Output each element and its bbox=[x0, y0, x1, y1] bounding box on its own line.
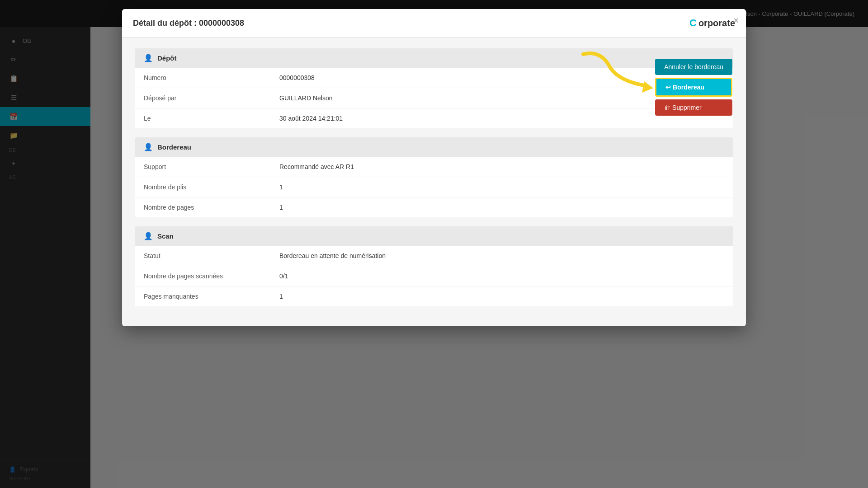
bordereau-section: 👤 Bordereau Support Recommandé avec AR R… bbox=[135, 137, 733, 217]
scan-pages-value: 0/1 bbox=[279, 272, 288, 280]
depot-numero-value: 0000000308 bbox=[279, 74, 315, 81]
scan-pages-row: Nombre de pages scannées 0/1 bbox=[135, 266, 733, 286]
bordereau-icon: 👤 bbox=[144, 143, 153, 151]
bordereau-support-value: Recommandé avec AR R1 bbox=[279, 163, 354, 170]
bordereau-pages-row: Nombre de pages 1 bbox=[135, 197, 733, 217]
modal-overlay: Détail du dépôt : 0000000308 C orporate … bbox=[0, 0, 868, 488]
modal-actions: Annuler le bordereau ↩ Bordereau 🗑 Suppr… bbox=[655, 59, 732, 116]
scan-statut-value: Bordereau en attente de numérisation bbox=[279, 252, 386, 259]
bordereau-title: Bordereau bbox=[157, 143, 191, 151]
bordereau-support-row: Support Recommandé avec AR R1 bbox=[135, 157, 733, 177]
scan-statut-row: Statut Bordereau en attente de numérisat… bbox=[135, 246, 733, 266]
bordereau-plis-value: 1 bbox=[279, 183, 283, 191]
bordereau-button[interactable]: ↩ Bordereau bbox=[655, 78, 732, 97]
scan-title: Scan bbox=[157, 232, 174, 240]
modal-close-button[interactable]: × bbox=[733, 15, 739, 26]
depot-section-header: 👤 Dépôt bbox=[135, 48, 733, 68]
scan-icon: 👤 bbox=[144, 232, 153, 240]
scan-manquantes-value: 1 bbox=[279, 293, 283, 300]
scan-content: Statut Bordereau en attente de numérisat… bbox=[135, 246, 733, 306]
depot-content: Numero 0000000308 Déposé par GUILLARD Ne… bbox=[135, 68, 733, 128]
scan-statut-label: Statut bbox=[144, 252, 279, 259]
depot-le-row: Le 30 août 2024 14:21:01 bbox=[135, 108, 733, 128]
depot-le-label: Le bbox=[144, 115, 279, 122]
bordereau-support-label: Support bbox=[144, 163, 279, 170]
scan-manquantes-row: Pages manquantes 1 bbox=[135, 286, 733, 306]
scan-section: 👤 Scan Statut Bordereau en attente de nu… bbox=[135, 226, 733, 306]
bordereau-plis-row: Nombre de plis 1 bbox=[135, 177, 733, 197]
depot-depose-value: GUILLARD Nelson bbox=[279, 94, 333, 102]
modal-logo-c-icon: C bbox=[689, 17, 697, 29]
bordereau-pages-value: 1 bbox=[279, 204, 283, 211]
depot-numero-label: Numero bbox=[144, 74, 279, 81]
depot-numero-row: Numero 0000000308 bbox=[135, 68, 733, 88]
modal-logo: C orporate bbox=[689, 17, 735, 29]
modal-header: Détail du dépôt : 0000000308 C orporate … bbox=[122, 9, 746, 38]
depot-depose-label: Déposé par bbox=[144, 94, 279, 102]
depot-title: Dépôt bbox=[157, 54, 177, 62]
scan-section-header: 👤 Scan bbox=[135, 226, 733, 246]
modal-title: Détail du dépôt : 0000000308 bbox=[133, 19, 244, 28]
depot-icon: 👤 bbox=[144, 54, 153, 62]
depot-le-value: 30 août 2024 14:21:01 bbox=[279, 115, 343, 122]
scan-manquantes-label: Pages manquantes bbox=[144, 293, 279, 300]
bordereau-content: Support Recommandé avec AR R1 Nombre de … bbox=[135, 157, 733, 217]
bordereau-pages-label: Nombre de pages bbox=[144, 204, 279, 211]
scan-pages-label: Nombre de pages scannées bbox=[144, 272, 279, 280]
modal-logo-text: orporate bbox=[698, 18, 735, 28]
depot-depose-row: Déposé par GUILLARD Nelson bbox=[135, 88, 733, 108]
bordereau-plis-label: Nombre de plis bbox=[144, 183, 279, 191]
depot-section: 👤 Dépôt Numero 0000000308 Déposé par GUI… bbox=[135, 48, 733, 128]
modal: Détail du dépôt : 0000000308 C orporate … bbox=[122, 9, 746, 326]
supprimer-button[interactable]: 🗑 Supprimer bbox=[655, 99, 732, 116]
annuler-bordereau-button[interactable]: Annuler le bordereau bbox=[655, 59, 732, 75]
modal-body: 👤 Dépôt Numero 0000000308 Déposé par GUI… bbox=[122, 38, 746, 326]
bordereau-section-header: 👤 Bordereau bbox=[135, 137, 733, 157]
